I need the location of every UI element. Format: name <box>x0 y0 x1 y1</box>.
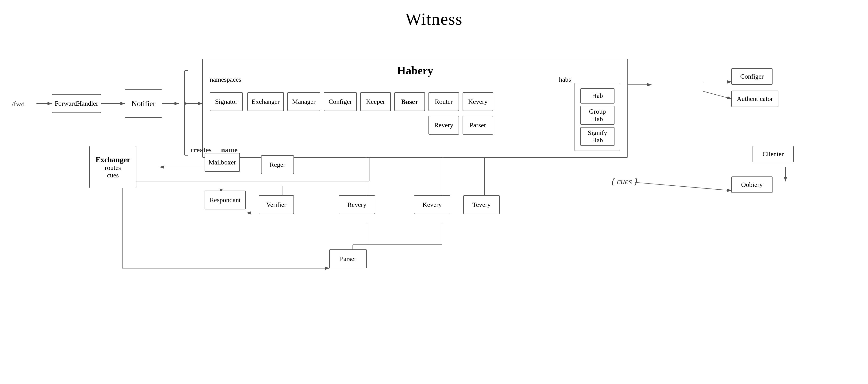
habery-title: Habery <box>397 64 433 77</box>
name-label: name <box>221 146 238 154</box>
svg-line-10 <box>703 91 732 99</box>
clienter-box: Clienter <box>752 146 794 163</box>
kevery-main-box: Kevery <box>414 195 451 214</box>
page-title: Witness <box>0 0 868 29</box>
parser-main-box: Parser <box>329 249 367 268</box>
reger-box: Reger <box>261 155 294 174</box>
keeper-box: Keeper <box>360 92 391 111</box>
habery-container: Habery namespaces habs Signator Exchange… <box>202 59 628 158</box>
exchanger-routes-label: routes <box>105 164 121 172</box>
creates-label: creates <box>190 146 211 154</box>
exchanger-cues-label: cues <box>107 172 119 179</box>
parser-ns-box: Parser <box>463 116 493 135</box>
revery-ns-box: Revery <box>429 116 459 135</box>
exchanger-main-box: Exchanger routes cues <box>89 146 136 188</box>
kevery-ns-box: Kevery <box>463 92 493 111</box>
exchanger-main-label: Exchanger <box>95 155 130 164</box>
verifier-box: Verifier <box>259 195 294 214</box>
mailboxer-box: Mailboxer <box>205 153 240 172</box>
diagram-area: /fwd ForwardHandler Notifier Habery name… <box>0 31 868 384</box>
namespaces-label: namespaces <box>210 76 241 83</box>
baser-box: Baser <box>394 92 425 111</box>
hab-box: Hab <box>580 88 615 104</box>
svg-line-12 <box>635 182 732 190</box>
fwd-label: /fwd <box>12 100 25 108</box>
router-box: Router <box>429 92 459 111</box>
signify-hab-box: Signify Hab <box>580 127 615 146</box>
group-hab-box: Group Hab <box>580 106 615 125</box>
oobiery-box: Oobiery <box>732 176 773 193</box>
exchanger-ns-box: Exchanger <box>247 92 284 111</box>
manager-box: Manager <box>287 92 320 111</box>
authenticator-box: Authenticator <box>732 91 778 107</box>
signator-box: Signator <box>210 92 243 111</box>
configer-habs-box: Configer <box>732 68 773 85</box>
forward-handler-box: ForwardHandler <box>52 94 101 113</box>
configer-ns-box: Configer <box>324 92 357 111</box>
habs-container: Hab Group Hab Signify Hab <box>575 83 620 151</box>
respondant-box: Respondant <box>205 190 246 209</box>
notifier-box: Notifier <box>125 89 162 118</box>
revery-main-box: Revery <box>339 195 375 214</box>
habs-label: habs <box>559 76 571 83</box>
cues-label: { cues } <box>612 176 638 186</box>
tevery-box: Tevery <box>463 195 500 214</box>
